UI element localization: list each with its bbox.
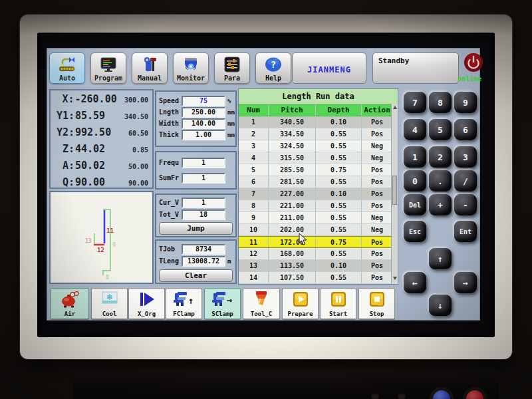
footer-label: Stop <box>370 311 384 317</box>
origin-play-icon <box>138 291 156 308</box>
key-slash[interactable]: / <box>454 170 477 192</box>
axis-name: Y1 <box>51 110 74 122</box>
key-plus[interactable]: + <box>429 194 452 215</box>
sclamp-button[interactable]: → SClamp <box>204 288 241 319</box>
key-esc[interactable]: Esc <box>404 221 426 242</box>
key-4[interactable]: 4 <box>404 119 426 140</box>
table-row[interactable]: 14107.500.55Pos <box>239 272 392 284</box>
svg-text:↑: ↑ <box>188 295 193 306</box>
scroll-up-icon[interactable] <box>393 106 397 109</box>
thick-field[interactable]: 1.00 <box>182 130 225 140</box>
tab-auto[interactable]: Auto <box>49 53 85 84</box>
tab-monitor[interactable]: Monitor <box>173 53 209 84</box>
tjob-label: TJob <box>159 245 175 253</box>
physical-start-button[interactable] <box>430 387 454 399</box>
stop-button[interactable]: Stop <box>358 288 395 319</box>
scroll-thumb[interactable] <box>392 176 397 205</box>
clear-button[interactable]: Clear <box>159 269 233 282</box>
table-row[interactable]: 12168.000.55Pos <box>239 248 392 260</box>
table-row[interactable]: 10202.000.55Neg <box>239 224 392 236</box>
axis-row: X -260.00 300.00 <box>51 92 152 109</box>
table-row[interactable]: 13113.500.10Pos <box>239 260 392 272</box>
tab-label: Manual <box>138 74 162 82</box>
col-pitch: Pitch <box>269 104 316 116</box>
tab-para[interactable]: Para <box>214 53 250 84</box>
prepare-play-icon <box>292 291 309 308</box>
table-row[interactable]: 5285.500.75Pos <box>239 164 392 176</box>
start-button[interactable]: Start <box>320 288 356 319</box>
length-field[interactable]: 250.00 <box>182 107 225 118</box>
curv-field[interactable]: 1 <box>182 198 225 208</box>
key-dot[interactable]: . <box>429 170 452 192</box>
table-row[interactable]: 3324.500.55Neg <box>239 140 392 152</box>
key-6[interactable]: 6 <box>454 119 477 140</box>
fclamp-button[interactable]: ↑ FClamp <box>166 288 202 319</box>
width-field[interactable]: 140.00 <box>182 118 225 129</box>
tool-change-icon <box>253 291 270 308</box>
table-row[interactable]: 2334.500.55Pos <box>239 128 392 140</box>
brand-button[interactable]: JIANMENG <box>292 53 366 84</box>
key-minus[interactable]: - <box>454 194 477 215</box>
key-2[interactable]: 2 <box>429 146 452 168</box>
table-row[interactable]: 9211.000.55Neg <box>239 212 392 224</box>
run-data-table: Length Run data Num Pitch Depth Action 1… <box>238 88 398 285</box>
key-del[interactable]: Del <box>404 194 426 215</box>
axis-row: Q 90.00 90.00 <box>51 176 152 192</box>
arrow-down-key[interactable]: ↓ <box>429 295 452 316</box>
tool-c-button[interactable]: Tool_C <box>243 288 280 319</box>
key-9[interactable]: 9 <box>454 92 477 113</box>
footer-label: Air <box>65 311 75 317</box>
key-5[interactable]: 5 <box>429 119 452 140</box>
footer-label: Start <box>329 311 347 317</box>
arrow-right-key[interactable]: → <box>454 272 477 293</box>
svg-text:8: 8 <box>106 275 109 281</box>
totv-label: Tot_V <box>159 211 179 218</box>
table-row[interactable]: 11172.000.75Pos <box>239 236 392 248</box>
table-row[interactable]: 8221.000.55Pos <box>239 200 392 212</box>
table-row[interactable]: 7227.000.10Pos <box>239 188 392 200</box>
physical-stop-button[interactable] <box>463 387 487 399</box>
arrow-left-key[interactable]: ← <box>404 272 426 293</box>
power-button[interactable] <box>464 53 483 72</box>
col-action: Action <box>362 104 392 116</box>
program-monitor-icon <box>99 56 118 74</box>
footer-label: Tool_C <box>251 311 273 317</box>
tab-label: Program <box>94 74 122 82</box>
key-1[interactable]: 1 <box>404 146 426 168</box>
prepare-button[interactable]: Prepare <box>282 288 319 319</box>
x-org-button[interactable]: X_Org <box>128 288 165 319</box>
svg-text:12: 12 <box>97 247 104 253</box>
tab-help[interactable]: ? Help <box>255 53 291 84</box>
air-button[interactable]: Air <box>51 288 89 319</box>
scroll-down-icon[interactable] <box>393 277 397 280</box>
table-row[interactable]: 6281.500.55Pos <box>239 176 392 188</box>
cool-button[interactable]: ❄ Cool <box>91 288 128 319</box>
tab-manual[interactable]: Manual <box>132 53 168 84</box>
length-label: Lngth <box>159 108 179 116</box>
standby-button[interactable]: Standby <box>372 53 459 84</box>
table-scrollbar[interactable] <box>391 104 398 284</box>
jump-button[interactable]: Jump <box>159 222 233 235</box>
tab-program[interactable]: Program <box>90 53 126 84</box>
table-row[interactable]: 1340.500.10Pos <box>239 116 392 128</box>
axis-name: Q <box>51 176 74 188</box>
clamp-up-icon: ↑ <box>172 291 196 308</box>
curv-label: Cur_V <box>159 199 179 206</box>
key-ent[interactable]: Ent <box>454 221 477 242</box>
footer-label: X_Org <box>138 311 156 317</box>
speed-field[interactable]: 75 <box>182 96 225 106</box>
key-8[interactable]: 8 <box>429 92 452 113</box>
tjob-field[interactable]: 8734 <box>182 244 225 255</box>
tab-label: Monitor <box>177 74 205 82</box>
totv-field[interactable]: 18 <box>182 209 225 220</box>
snowflake-icon: ❄ <box>100 291 119 308</box>
table-row[interactable]: 4315.500.55Neg <box>239 152 392 164</box>
key-7[interactable]: 7 <box>404 92 426 113</box>
key-0[interactable]: 0 <box>404 170 426 192</box>
tleng-field[interactable]: 13008.72 <box>182 256 225 267</box>
frequ-field[interactable]: 1 <box>182 158 225 168</box>
footer-label: Prepare <box>288 311 313 317</box>
sumfr-field[interactable]: 1 <box>182 173 225 184</box>
arrow-up-key[interactable]: ↑ <box>429 248 452 269</box>
key-3[interactable]: 3 <box>454 146 477 168</box>
